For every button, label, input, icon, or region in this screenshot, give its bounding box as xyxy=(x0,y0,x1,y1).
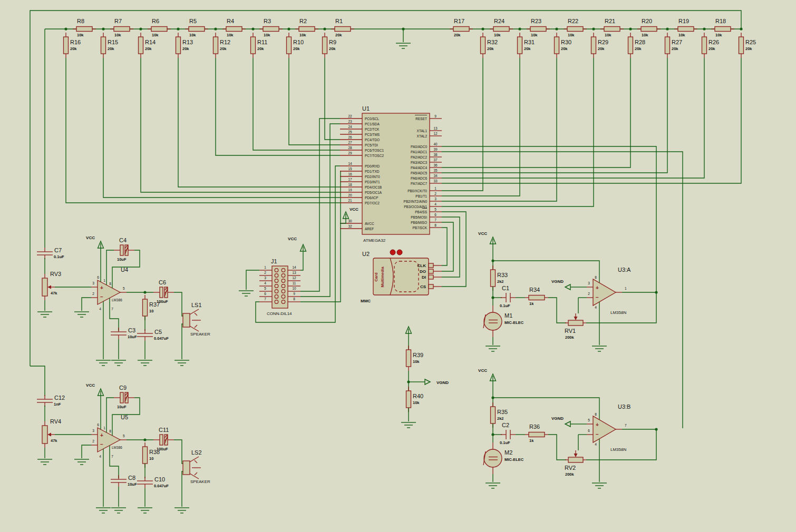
ground-symbol[interactable] xyxy=(396,43,411,48)
ground-symbol[interactable] xyxy=(239,291,254,296)
ground-symbol[interactable] xyxy=(111,360,126,366)
connector-J1[interactable]: J1CONN-DIL141142133124115106978 xyxy=(259,258,300,316)
ground-symbol[interactable] xyxy=(138,508,152,513)
wire[interactable] xyxy=(253,58,340,150)
wire[interactable] xyxy=(106,250,114,285)
capacitor-polarized[interactable]: C11100uF xyxy=(153,427,174,451)
capacitor[interactable]: C810uF xyxy=(111,475,137,487)
microphone[interactable]: M2MIC-ELEC xyxy=(483,442,524,474)
capacitor-polarized[interactable]: C6100uF xyxy=(153,279,174,304)
potentiometer[interactable]: RV1200k xyxy=(565,313,586,340)
resistor[interactable]: R410k xyxy=(222,18,246,37)
ground-symbol[interactable] xyxy=(401,422,416,428)
vgnd-flag[interactable]: VGND xyxy=(551,416,570,427)
wire[interactable] xyxy=(442,58,741,183)
vcc-arrow[interactable]: VCC xyxy=(343,207,359,219)
potentiometer[interactable]: RV447k xyxy=(42,418,61,448)
resistor[interactable]: R2410k xyxy=(490,18,513,37)
opamp[interactable]: +− xyxy=(593,279,616,306)
ground-symbol[interactable] xyxy=(37,312,52,317)
resistor[interactable]: R120k xyxy=(331,18,354,37)
wire[interactable] xyxy=(442,58,557,201)
ground-symbol[interactable] xyxy=(486,346,500,351)
wire[interactable] xyxy=(442,58,520,196)
resistor[interactable]: R1720k xyxy=(450,18,473,37)
wire[interactable] xyxy=(182,324,183,359)
wire[interactable] xyxy=(300,119,340,291)
wire[interactable] xyxy=(548,298,566,323)
ground-symbol[interactable] xyxy=(74,459,89,465)
capacitor[interactable]: C121nF xyxy=(37,395,65,407)
wire[interactable] xyxy=(216,58,340,155)
resistor[interactable]: R341k xyxy=(525,287,548,306)
wire[interactable] xyxy=(106,398,114,432)
capacitor[interactable]: C100.047uF xyxy=(137,476,169,488)
resistor[interactable]: R2010k xyxy=(637,18,661,37)
resistor[interactable]: R810k xyxy=(73,18,96,37)
wire[interactable] xyxy=(174,440,183,464)
resistor[interactable]: R1910k xyxy=(674,18,697,37)
wire[interactable] xyxy=(442,212,466,287)
speaker[interactable]: LS2SPEAKER xyxy=(183,449,210,484)
resistor[interactable]: R210k xyxy=(295,18,318,37)
wire[interactable] xyxy=(442,217,460,277)
ground-symbol[interactable] xyxy=(174,360,189,366)
wire[interactable] xyxy=(82,298,91,311)
resistor[interactable]: R3910k xyxy=(406,346,424,371)
wire[interactable] xyxy=(256,166,340,322)
vcc-arrow[interactable]: VCC xyxy=(86,383,103,396)
microphone[interactable]: M1MIC-ELEC xyxy=(483,306,524,337)
ground-symbol[interactable] xyxy=(138,360,152,366)
vcc-arrow[interactable]: VCC xyxy=(86,235,103,248)
potentiometer[interactable]: RV347k xyxy=(42,271,61,300)
resistor[interactable]: R710k xyxy=(110,18,133,37)
ground-symbol[interactable] xyxy=(486,483,500,488)
wire[interactable] xyxy=(110,298,119,331)
opamp[interactable]: +− xyxy=(593,416,616,442)
capacitor[interactable]: C50.047uF xyxy=(137,329,169,341)
ground-symbol[interactable] xyxy=(96,360,111,366)
ground-symbol[interactable] xyxy=(37,459,52,465)
wire[interactable] xyxy=(300,171,341,302)
wire[interactable] xyxy=(442,58,667,173)
mmc-U2[interactable]: U2MMCCardMultimediaCLKDODICS xyxy=(361,250,442,303)
ground-symbol[interactable] xyxy=(592,346,607,351)
wire[interactable] xyxy=(442,152,683,428)
speaker[interactable]: LS1SPEAKER xyxy=(183,302,210,337)
resistor[interactable]: R361k xyxy=(525,423,548,443)
wire[interactable] xyxy=(325,58,340,140)
resistor[interactable]: R920k xyxy=(323,33,337,58)
ic-U1[interactable]: U1ATMEGA3222PC0/SCL23PC1/SDA24PC2/TCK25P… xyxy=(340,105,442,243)
capacitor[interactable]: C20.1uF xyxy=(500,422,516,445)
wire[interactable] xyxy=(493,398,599,420)
resistor[interactable]: R310k xyxy=(259,18,283,37)
wire[interactable] xyxy=(82,445,91,458)
vcc-arrow[interactable]: VCC xyxy=(478,231,496,244)
resistor[interactable]: R510k xyxy=(185,18,208,37)
capacitor-polarized[interactable]: C910uF xyxy=(114,385,134,409)
capacitor-polarized[interactable]: C410uF xyxy=(114,237,134,262)
wire[interactable] xyxy=(300,252,303,270)
resistor[interactable]: R610k xyxy=(148,18,171,37)
ground-symbol[interactable] xyxy=(592,483,607,488)
potentiometer[interactable]: RV2200k xyxy=(565,450,586,477)
wire[interactable] xyxy=(442,58,483,191)
capacitor[interactable]: C310uF xyxy=(111,327,137,339)
wire[interactable] xyxy=(300,124,340,297)
wire[interactable] xyxy=(66,58,340,203)
wire[interactable] xyxy=(30,366,45,396)
resistor[interactable]: R2520k xyxy=(739,33,756,58)
wire[interactable] xyxy=(442,58,594,206)
wire[interactable] xyxy=(442,58,630,168)
resistor[interactable]: R2310k xyxy=(527,18,550,37)
wire[interactable] xyxy=(289,58,340,145)
resistor[interactable]: R1810k xyxy=(711,18,734,37)
ground-symbol[interactable] xyxy=(74,312,89,317)
wire[interactable] xyxy=(182,471,183,507)
wire[interactable] xyxy=(442,58,704,178)
wire[interactable] xyxy=(442,228,447,265)
wire[interactable] xyxy=(103,58,340,198)
wire[interactable] xyxy=(246,270,259,290)
wire[interactable] xyxy=(178,58,340,187)
wire[interactable] xyxy=(141,58,340,192)
